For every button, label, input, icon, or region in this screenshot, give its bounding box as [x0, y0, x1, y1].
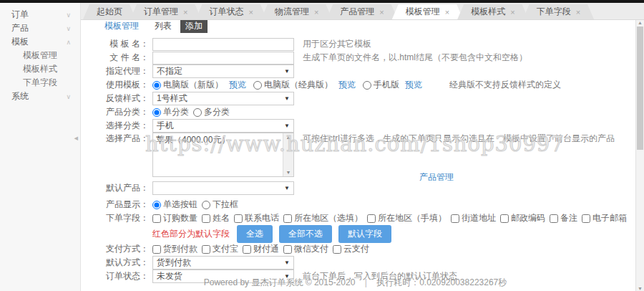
scrollbar-thumb[interactable] [637, 27, 643, 150]
deselect-all-button[interactable]: 全部不选 [279, 225, 332, 243]
category-select[interactable]: 手机 ▼ [152, 119, 294, 133]
sidebar-item-template-style[interactable]: 模板样式 [0, 62, 80, 76]
close-icon[interactable]: × [248, 8, 253, 16]
radio-input[interactable] [363, 81, 371, 90]
default-fields-button[interactable]: 默认字段 [338, 225, 391, 243]
tab-order-fields[interactable]: 下单字段 × [523, 4, 594, 19]
radio-button-display-radio[interactable]: 单选按钮 [152, 199, 197, 211]
field-region-manual-checkbox[interactable]: 所在地区（手填） [367, 212, 447, 224]
checkbox-input[interactable] [333, 245, 341, 254]
agent-select[interactable]: 不指定 ▼ [152, 65, 294, 78]
close-icon[interactable]: × [314, 8, 318, 16]
template-name-input[interactable] [152, 38, 294, 51]
field-label: 选择分类： [104, 120, 149, 132]
field-region-select-checkbox[interactable]: 所在地区（选填） [283, 212, 363, 224]
radio-input[interactable] [202, 201, 210, 209]
radio-label: 手机版 [374, 79, 399, 91]
close-icon[interactable]: × [445, 8, 449, 16]
close-icon[interactable]: × [379, 8, 384, 16]
checkbox-input[interactable] [234, 214, 243, 223]
field-street-checkbox[interactable]: 街道地址 [451, 212, 496, 224]
products-listbox[interactable]: 苹果（4000.00元） ▲ ▼ [152, 133, 294, 177]
product-manage-link[interactable]: 产品管理 [419, 171, 454, 183]
checkbox-input[interactable] [283, 245, 292, 254]
scroll-down-icon[interactable]: ▼ [636, 286, 644, 291]
sidebar-item-label: 系统 [11, 90, 29, 102]
app-shell: 订单 ∨ 产品 ∨ 模板 ∧ 模板管理 模板样式 下单字段 系统 ∨ ◂ 起始页… [0, 3, 644, 291]
listbox-option[interactable]: 苹果（4000.00元） [153, 133, 283, 176]
add-view-tag[interactable]: 添加 [180, 20, 208, 33]
select-all-button[interactable]: 全选 [237, 225, 273, 243]
scroll-up-icon[interactable]: ▲ [286, 135, 291, 140]
sidebar-item-products[interactable]: 产品 ∨ [0, 22, 80, 35]
listbox-scrollbar[interactable]: ▲ ▼ [283, 133, 293, 176]
close-icon[interactable]: × [183, 8, 187, 16]
checkbox-input[interactable] [582, 214, 590, 223]
tab-order-status[interactable]: 订单状态 × [195, 4, 266, 19]
close-icon[interactable]: × [510, 8, 514, 16]
pay-cloud-checkbox[interactable]: 云支付 [333, 243, 369, 255]
checkbox-input[interactable] [367, 214, 376, 223]
checkbox-input[interactable] [550, 214, 558, 223]
checkbox-input[interactable] [283, 214, 292, 223]
pay-tenpay-checkbox[interactable]: 财付通 [243, 243, 279, 255]
sidebar-collapse-icon[interactable]: ◂ [74, 133, 78, 143]
pay-alipay-checkbox[interactable]: 支付宝 [202, 243, 238, 255]
feedback-style-select[interactable]: 1号样式 ▼ [152, 92, 294, 105]
checkbox-input[interactable] [152, 214, 161, 223]
sidebar-item-label: 产品 [11, 22, 29, 34]
sidebar-item-template-manage[interactable]: 模板管理 [0, 49, 80, 62]
breadcrumb-title[interactable]: 模板管理 [104, 20, 139, 32]
field-quantity-checkbox[interactable]: 订购数量 [152, 212, 197, 224]
field-name-checkbox[interactable]: 姓名 [202, 212, 230, 224]
field-remark-checkbox[interactable]: 备注 [550, 212, 577, 224]
sidebar-item-order-fields[interactable]: 下单字段 [0, 76, 80, 90]
field-phone-checkbox[interactable]: 联系电话 [234, 212, 279, 224]
default-product-select[interactable]: ▼ [152, 181, 294, 195]
file-name-input[interactable] [152, 52, 294, 65]
select-value: 1号样式 [157, 92, 187, 105]
pay-wechat-checkbox[interactable]: 微信支付 [283, 243, 328, 255]
checkbox-input[interactable] [451, 214, 459, 223]
list-view-link[interactable]: 列表 [155, 20, 172, 32]
field-zipcode-checkbox[interactable]: 邮政编码 [500, 212, 545, 224]
tab-logistics[interactable]: 物流管理 × [261, 4, 332, 19]
checkbox-input[interactable] [152, 245, 161, 254]
tab-template-style[interactable]: 模板样式 × [457, 4, 528, 19]
sidebar-item-templates[interactable]: 模板 ∧ [0, 35, 80, 49]
template-mobile-radio[interactable]: 手机版 [363, 79, 399, 91]
radio-input[interactable] [152, 81, 161, 90]
single-category-radio[interactable]: 单分类 [152, 106, 189, 118]
tab-product-manage[interactable]: 产品管理 × [326, 4, 397, 19]
pay-cod-checkbox[interactable]: 货到付款 [152, 243, 197, 255]
radio-input[interactable] [253, 81, 262, 90]
sidebar-item-orders[interactable]: 订单 ∨ [0, 8, 80, 22]
template-pc-classic-radio[interactable]: 电脑版（经典版） [253, 79, 333, 91]
checkbox-label: 微信支付 [294, 243, 328, 255]
scroll-down-icon[interactable]: ▼ [286, 170, 291, 175]
template-pc-new-radio[interactable]: 电脑版（新版） [152, 79, 223, 91]
radio-input[interactable] [152, 108, 161, 117]
tab-template-manage[interactable]: 模板管理 × [392, 4, 463, 19]
tab-order-manage[interactable]: 订单管理 × [130, 4, 201, 19]
preview-link-mobile[interactable]: 预览 [405, 79, 422, 91]
default-pay-select[interactable]: 货到付款 ▼ [152, 256, 294, 269]
preview-link-pc-new[interactable]: 预览 [229, 79, 246, 91]
multi-category-radio[interactable]: 多分类 [193, 106, 230, 118]
checkbox-input[interactable] [500, 214, 509, 223]
radio-input[interactable] [152, 201, 161, 209]
radio-input[interactable] [193, 108, 202, 117]
sidebar-item-system[interactable]: 系统 ∨ [0, 90, 80, 103]
close-icon[interactable]: × [576, 8, 580, 16]
dropdown-display-radio[interactable]: 下拉框 [202, 199, 238, 211]
scroll-up-icon[interactable]: ▲ [636, 20, 644, 25]
tab-home[interactable]: 起始页 [83, 4, 136, 19]
field-label: 文 件 名： [104, 52, 149, 64]
checkbox-input[interactable] [202, 214, 210, 223]
field-email-checkbox[interactable]: 电子邮箱 [582, 212, 627, 224]
select-arrow-icon: ▼ [284, 259, 290, 266]
checkbox-input[interactable] [202, 245, 210, 254]
page-scrollbar[interactable]: ▲ ▼ [635, 20, 644, 291]
checkbox-input[interactable] [243, 245, 251, 254]
preview-link-pc-classic[interactable]: 预览 [338, 79, 356, 91]
